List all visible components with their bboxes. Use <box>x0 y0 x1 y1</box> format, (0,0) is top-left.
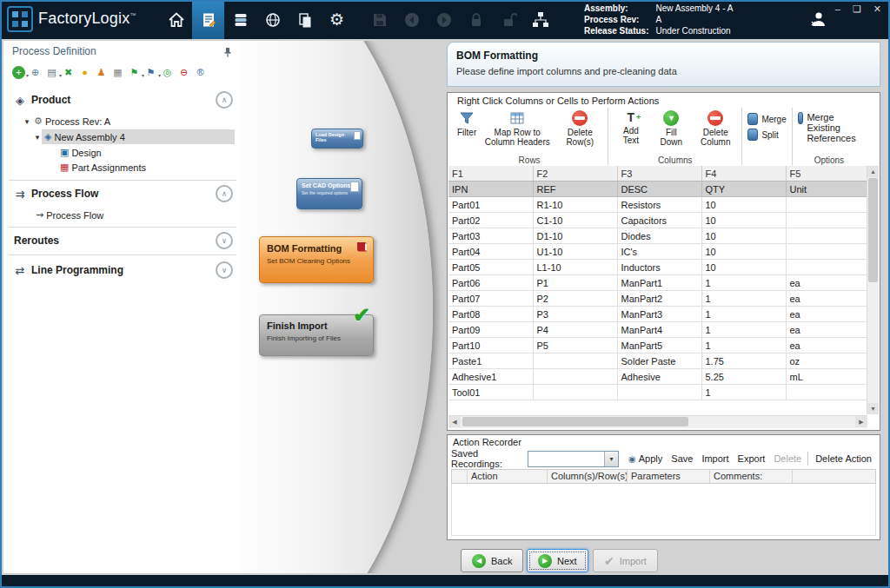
horizontal-scrollbar[interactable]: ◀ ▶ <box>448 415 867 428</box>
org-chart-icon[interactable] <box>524 0 556 39</box>
bom-cell[interactable]: Adhesive <box>617 369 701 385</box>
user-account-icon[interactable] <box>808 10 827 31</box>
collapse-product-icon[interactable]: ∧ <box>216 91 233 109</box>
expander-icon[interactable]: ▾ <box>23 117 31 126</box>
flag-green-icon[interactable]: ⚑▾ <box>128 66 141 79</box>
back-button[interactable]: ◀Back <box>461 549 523 572</box>
sidebar-item-line-programming[interactable]: ⇄ Line Programming ∨ <box>3 260 242 281</box>
export-button[interactable]: Export <box>734 452 770 466</box>
reports-button[interactable] <box>289 0 321 39</box>
bom-cell[interactable]: Part08 <box>448 307 533 322</box>
bom-cell[interactable]: ManPart2 <box>617 291 701 307</box>
user-icon[interactable]: ♟ <box>95 66 108 79</box>
bom-cell[interactable] <box>786 385 867 400</box>
bom-data-row[interactable]: Part09P4ManPart41ea <box>448 322 867 338</box>
home-button[interactable] <box>160 0 192 39</box>
bom-cell[interactable]: oz <box>786 353 867 369</box>
vertical-scrollbar[interactable]: ▲ ▼ <box>867 166 879 414</box>
bom-data-row[interactable]: Part07P2ManPart21ea <box>448 291 867 307</box>
unlock-icon[interactable] <box>492 0 524 39</box>
bom-data-row[interactable]: Part04U1-10IC's10 <box>448 244 867 260</box>
bom-cell[interactable]: Part02 <box>448 213 533 228</box>
bom-cell[interactable] <box>786 197 867 213</box>
import-button[interactable]: ✔Import <box>593 549 658 572</box>
bom-cell[interactable]: U1-10 <box>533 244 617 260</box>
bom-cell[interactable]: ea <box>786 338 867 353</box>
bom-cell[interactable]: Inductors <box>617 260 701 275</box>
bom-cell[interactable]: 1 <box>701 291 786 307</box>
bom-cell[interactable]: REF <box>533 182 617 197</box>
bom-cell[interactable]: QTY <box>701 182 786 197</box>
bom-data-row[interactable]: Tool011 <box>448 385 867 400</box>
bom-cell[interactable]: ea <box>786 322 867 338</box>
filter-button[interactable]: Filter <box>454 108 480 137</box>
bom-data-row[interactable]: Part01R1-10Resistors10 <box>448 197 867 213</box>
apply-button[interactable]: ◉Apply <box>624 452 667 466</box>
bom-data-row[interactable]: Part06P1ManPart11ea <box>448 275 867 291</box>
bom-cell[interactable]: ManPart5 <box>617 338 701 353</box>
bom-cell[interactable]: IC's <box>617 244 701 260</box>
bom-cell[interactable]: F5 <box>786 166 867 182</box>
back-button[interactable] <box>395 0 428 39</box>
bom-cell[interactable]: ea <box>786 275 867 291</box>
sidebar-item-reroutes[interactable]: Reroutes ∨ <box>3 230 242 251</box>
bom-data-row[interactable]: Part10P5ManPart51ea <box>448 338 867 353</box>
network-button[interactable] <box>256 0 289 39</box>
bom-cell[interactable]: P3 <box>533 307 617 322</box>
flag-blue-icon[interactable]: ⚑▾ <box>144 66 157 79</box>
bom-data-row[interactable]: Adhesive1Adhesive5.25mL <box>448 369 867 385</box>
bom-cell[interactable]: 1 <box>701 307 786 322</box>
split-button[interactable]: Split <box>745 127 788 142</box>
close-button[interactable]: ✕ <box>873 3 881 14</box>
step-load-design-files[interactable]: Load Design Files <box>311 129 363 149</box>
delete-rows-button[interactable]: Delete Row(s) <box>555 108 605 147</box>
merge-existing-references-button[interactable]: Merge Existing References <box>795 108 863 145</box>
bom-cell[interactable]: 10 <box>701 213 786 228</box>
bom-cell[interactable]: 1 <box>701 385 786 400</box>
forward-button[interactable] <box>428 0 460 39</box>
bom-data-row[interactable]: Part05L1-10Inductors10 <box>448 260 867 275</box>
tree-item-process-rev[interactable]: ▾ ⚙ Process Rev: A <box>3 114 242 129</box>
bom-cell[interactable]: Part04 <box>448 244 533 260</box>
bom-cell[interactable]: 1 <box>701 338 786 353</box>
recorder-column-header[interactable]: Column(s)/Row(s)... <box>548 470 628 483</box>
map-row-button[interactable]: Map Row to Column Headers <box>480 108 555 147</box>
bom-cell[interactable]: ea <box>786 291 867 307</box>
bom-data-row[interactable]: Part08P3ManPart31ea <box>448 307 867 322</box>
recorder-column-header[interactable]: Action <box>468 470 548 483</box>
delete-action-button[interactable]: Delete Action <box>807 452 876 466</box>
bom-cell[interactable]: Adhesive1 <box>448 369 533 385</box>
bom-cell[interactable]: ManPart3 <box>617 307 701 322</box>
next-button[interactable]: ▶Next <box>527 549 588 572</box>
settings-button[interactable]: ⚙ <box>321 0 353 39</box>
info-icon[interactable]: ® <box>194 66 207 79</box>
sync-icon[interactable]: ◎ <box>161 66 174 79</box>
bom-cell[interactable]: L1-10 <box>533 260 617 275</box>
bom-cell[interactable]: C1-10 <box>533 213 617 228</box>
bom-cell[interactable]: Part10 <box>448 338 533 353</box>
bom-data-row[interactable]: Part02C1-10Capacitors10 <box>448 213 867 228</box>
bom-data-row[interactable]: Paste1Solder Paste1.75oz <box>448 353 867 369</box>
bom-data-row[interactable]: Part03D1-10Diodes10 <box>448 228 867 244</box>
expand-reroutes-icon[interactable]: ∨ <box>216 232 233 249</box>
bom-cell[interactable]: 10 <box>701 260 786 275</box>
bom-cell[interactable]: 1 <box>701 275 786 291</box>
key-icon[interactable]: ● <box>78 66 91 79</box>
bom-cell[interactable]: D1-10 <box>533 228 617 244</box>
bom-cell[interactable] <box>786 213 867 228</box>
bom-cell[interactable]: F4 <box>701 166 786 182</box>
bom-cell[interactable]: ManPart1 <box>617 275 701 291</box>
expand-line-programming-icon[interactable]: ∨ <box>216 261 233 279</box>
delete-green-icon[interactable]: ✖ <box>62 66 75 79</box>
add-icon[interactable]: +▾ <box>12 66 25 79</box>
step-bom-formatting[interactable]: BOM Formatting Set BOM Cleaning Options <box>259 236 374 283</box>
recorder-column-header[interactable]: Comments: <box>710 470 793 483</box>
expander-icon[interactable]: ▾ <box>33 133 42 142</box>
merge-button[interactable]: Merge <box>745 111 788 127</box>
bom-cell[interactable]: Diodes <box>617 228 701 244</box>
remove-icon[interactable]: ⊖ <box>177 66 190 79</box>
bom-cell[interactable]: ManPart4 <box>617 322 701 338</box>
import-button[interactable]: Import <box>697 452 733 466</box>
delete-button[interactable]: Delete <box>769 452 806 466</box>
bom-cell[interactable]: P2 <box>533 291 617 307</box>
